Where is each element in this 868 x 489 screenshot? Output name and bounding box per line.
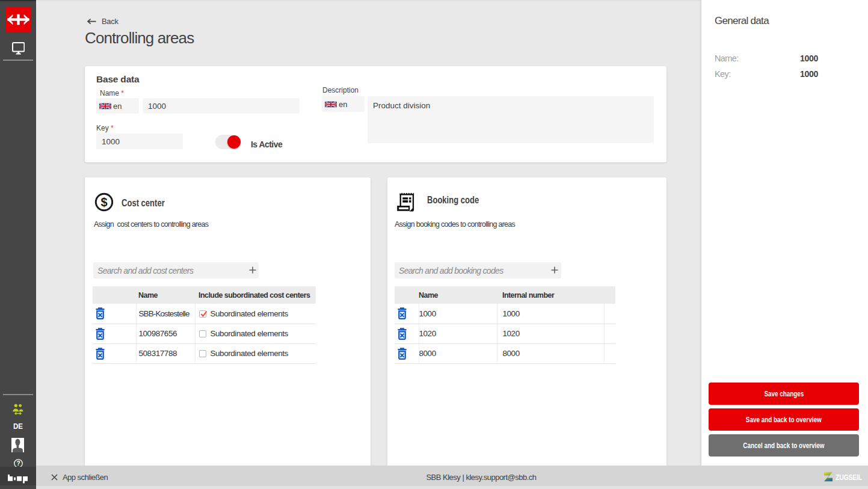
svg-text:$: $ <box>100 195 107 209</box>
svg-text:?: ? <box>17 460 20 467</box>
